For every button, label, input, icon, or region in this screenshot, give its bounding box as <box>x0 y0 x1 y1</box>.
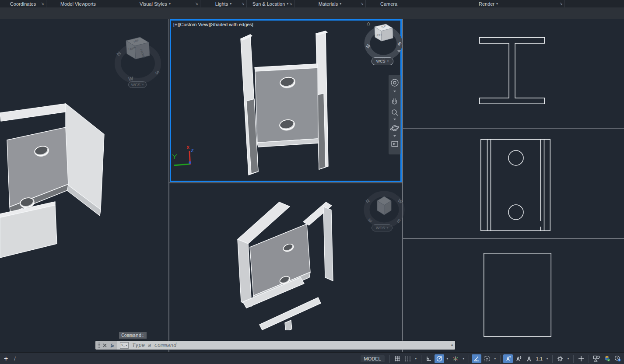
ribbon-panel-materials[interactable]: Materials ▾ ↘ <box>294 0 366 7</box>
wireframe-side-view <box>480 139 550 231</box>
panel-launcher-icon[interactable]: ↘ <box>241 1 245 6</box>
panel-launcher-icon[interactable]: ↘ <box>559 1 563 6</box>
autocad-window: Coordinates ↘ Model Viewports Visual Sty… <box>0 0 624 364</box>
annotation-scale-icon <box>526 355 533 362</box>
chevron-down-icon[interactable]: ▾ <box>496 2 498 6</box>
chevron-down-icon[interactable] <box>393 135 396 137</box>
annotation-scale-value[interactable]: 1:1 <box>535 356 544 361</box>
ucs-icon: X Z <box>172 145 194 169</box>
ribbon-panel-visual-styles[interactable]: Visual Styles ▾ ↘ <box>110 0 200 7</box>
active-viewport-3d-model <box>232 31 346 179</box>
annotation-autoscale-toggle[interactable] <box>514 354 523 363</box>
wcs-selector-left[interactable]: WCS ▾ <box>128 81 147 88</box>
ribbon-panel-lights[interactable]: Lights ▾ ↘ <box>200 0 247 7</box>
command-prompt-icon[interactable]: >_ ▾ <box>120 342 129 349</box>
performance-monitor-button[interactable] <box>613 354 622 363</box>
viewport-divider-horizontal-right-2[interactable] <box>403 238 624 239</box>
chevron-down-icon[interactable]: ▾ <box>414 354 418 363</box>
chevron-down-icon[interactable]: ▾ <box>461 354 466 363</box>
navigation-bar[interactable] <box>389 75 401 154</box>
grid-icon <box>394 355 401 362</box>
ribbon-panel-render[interactable]: Render ▾ ↘ <box>412 0 565 7</box>
wcs-label: WCS <box>376 59 386 63</box>
grid-toggle[interactable] <box>393 354 402 363</box>
annotation-autoscale-icon <box>515 355 522 362</box>
panel-title: Visual Styles <box>140 1 167 7</box>
wcs-label: WCS <box>131 83 140 87</box>
command-history-line: Command: <box>119 332 147 339</box>
model-space-button[interactable]: MODEL <box>361 355 385 362</box>
pan-icon[interactable] <box>393 98 396 104</box>
ucs-x-label: X <box>186 145 190 150</box>
chevron-down-icon[interactable]: ▾ <box>493 354 498 363</box>
viewport-divider-horizontal-center[interactable] <box>169 182 402 183</box>
snap-mode-toggle[interactable] <box>403 354 413 363</box>
chevron-down-icon[interactable]: ▾ <box>287 2 288 6</box>
ortho-toggle[interactable] <box>424 354 434 363</box>
viewport-divider-vertical-right[interactable] <box>402 19 403 352</box>
snap-icon <box>404 355 411 362</box>
command-dock-grip-area[interactable] <box>95 341 117 350</box>
panel-launcher-icon[interactable]: ↘ <box>195 1 198 6</box>
object-snap-toggle[interactable] <box>482 354 492 363</box>
chevron-down-icon[interactable]: ▾ <box>445 354 450 363</box>
isolate-objects-button[interactable] <box>592 354 601 363</box>
chevron-down-icon[interactable]: ▾ <box>230 2 231 6</box>
panel-title: Render <box>479 1 494 7</box>
ribbon-panel-model-viewports[interactable]: Model Viewports <box>46 0 110 7</box>
divider <box>389 355 390 363</box>
divider <box>573 355 574 363</box>
command-expand-icon[interactable]: ▴ <box>451 343 453 346</box>
ribbon-panel-coordinates[interactable]: Coordinates ↘ <box>0 0 46 7</box>
chevron-down-icon: ▾ <box>142 83 144 87</box>
ribbon-panel-bar: Coordinates ↘ Model Viewports Visual Sty… <box>0 0 624 7</box>
annotation-visibility-toggle[interactable] <box>503 354 513 363</box>
isometric-drafting-icon <box>452 355 459 362</box>
new-layout-button[interactable]: + <box>4 355 8 362</box>
annotation-scale-toggle[interactable] <box>524 354 534 363</box>
workspace-switching-button[interactable] <box>555 354 565 363</box>
isometric-drafting-toggle[interactable] <box>451 354 460 363</box>
zoom-icon[interactable] <box>392 110 396 114</box>
chevron-down-icon[interactable] <box>393 91 396 92</box>
drag-grip-icon[interactable] <box>98 342 100 348</box>
annotation-visibility-icon <box>505 355 512 362</box>
chevron-down-icon[interactable]: ▾ <box>169 2 171 6</box>
wcs-selector-bottom[interactable]: WCS ▾ <box>372 224 393 231</box>
wrench-icon[interactable] <box>109 343 115 348</box>
panel-title: Lights <box>215 1 228 7</box>
chevron-down-icon[interactable]: ▾ <box>566 354 571 363</box>
divider <box>421 355 421 363</box>
left-viewport-3d-model <box>0 98 107 260</box>
ribbon-panel-camera[interactable]: Camera <box>366 0 412 7</box>
viewport-divider-horizontal-right-1[interactable] <box>403 128 624 129</box>
viewport-divider-vertical-left[interactable] <box>168 19 169 352</box>
graphics-performance-icon <box>604 355 610 362</box>
panel-launcher-icon[interactable]: ↘ <box>41 1 44 6</box>
close-icon[interactable] <box>102 343 107 348</box>
drawing-area[interactable]: N W S LEFT FRONT TOP WCS ▾ [+][Custom Vi… <box>0 19 624 352</box>
bottom-viewport-3d-model <box>234 197 337 330</box>
ribbon-panel-sun-location[interactable]: Sun & Location ▾ ↘ <box>247 0 294 7</box>
graphics-performance-button[interactable] <box>602 354 612 363</box>
viewport-label[interactable]: [+][Custom View][Shaded with edges] <box>173 22 253 27</box>
wcs-label: WCS <box>376 226 385 230</box>
command-dock[interactable]: >_ ▾ ▴ <box>95 341 455 350</box>
object-snap-tracking-icon <box>473 355 480 362</box>
chevron-down-icon[interactable]: ▾ <box>545 354 550 363</box>
object-snap-tracking-toggle[interactable] <box>472 354 481 363</box>
chevron-down-icon[interactable] <box>393 119 396 120</box>
status-customize-button[interactable] <box>576 354 586 363</box>
wcs-selector-active[interactable]: WCS ▾ <box>372 57 393 65</box>
status-toggle-tray: MODEL ▾ <box>361 354 624 363</box>
panel-launcher-icon[interactable]: ↘ <box>360 1 364 6</box>
command-input[interactable] <box>131 342 452 349</box>
chevron-down-icon[interactable]: ▾ <box>340 2 341 6</box>
panel-title: Sun & Location <box>252 1 285 7</box>
ortho-icon <box>425 355 432 362</box>
navigation-wheel-icon[interactable] <box>391 79 398 86</box>
command-input-area[interactable]: >_ ▾ ▴ <box>117 341 455 350</box>
polar-tracking-toggle[interactable] <box>435 354 444 363</box>
panel-launcher-icon[interactable]: ↘ <box>289 1 292 6</box>
divider <box>500 355 501 363</box>
